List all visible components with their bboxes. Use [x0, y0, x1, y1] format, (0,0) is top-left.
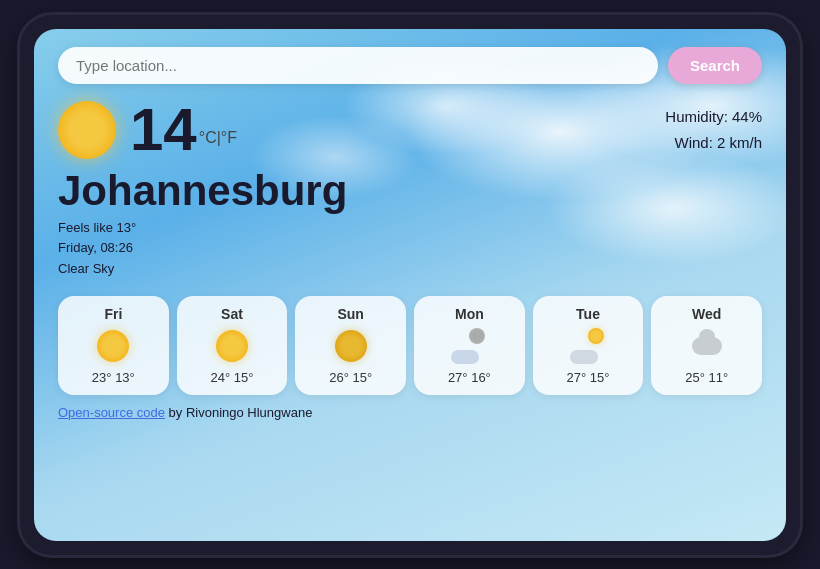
city-meta: Feels like 13° Friday, 08:26 Clear Sky: [58, 218, 762, 280]
main-content: Search 14°C|°F Humidity: 44% Wind: 2 km/…: [34, 29, 786, 541]
wind-label: Wind: 2 km/h: [665, 130, 762, 156]
condition: Clear Sky: [58, 259, 762, 280]
wed-icon: [689, 328, 725, 364]
forecast-row: Fri 23° 13° Sat 24° 15° Sun: [58, 296, 762, 395]
humidity-label: Humidity: 44%: [665, 104, 762, 130]
temperature-units: °C|°F: [199, 129, 237, 146]
fri-icon: [95, 328, 131, 364]
city-section: Johannesburg Feels like 13° Friday, 08:2…: [58, 168, 762, 281]
sun-icon-sat: [216, 330, 248, 362]
sun-part-tue: [588, 328, 604, 344]
temperature-section: 14°C|°F: [58, 100, 237, 160]
feels-like: Feels like 13°: [58, 218, 762, 239]
current-weather-section: 14°C|°F Humidity: 44% Wind: 2 km/h: [58, 100, 762, 160]
forecast-card-sun: Sun 26° 15°: [295, 296, 406, 395]
sun-icon-sun: [335, 330, 367, 362]
cloud-base-tue: [570, 350, 598, 364]
location-search-input[interactable]: [58, 47, 658, 84]
temperature-value: 14: [130, 96, 197, 163]
day-mon: Mon: [420, 306, 519, 322]
city-name: Johannesburg: [58, 168, 762, 214]
day-fri: Fri: [64, 306, 163, 322]
footer-suffix: by Rivoningo Hlungwane: [165, 405, 312, 420]
day-wed: Wed: [657, 306, 756, 322]
mon-temps: 27° 16°: [420, 370, 519, 385]
footer: Open-source code by Rivoningo Hlungwane: [58, 405, 762, 420]
fri-temps: 23° 13°: [64, 370, 163, 385]
cloud-sun-icon-mon: [469, 328, 485, 344]
search-button[interactable]: Search: [668, 47, 762, 84]
tablet-frame: Search 14°C|°F Humidity: 44% Wind: 2 km/…: [20, 15, 800, 555]
cloud-icon-wed: [692, 337, 722, 355]
source-code-link[interactable]: Open-source code: [58, 405, 165, 420]
sun-temps: 26° 15°: [301, 370, 400, 385]
forecast-card-wed: Wed 25° 11°: [651, 296, 762, 395]
forecast-card-fri: Fri 23° 13°: [58, 296, 169, 395]
day-sun: Sun: [301, 306, 400, 322]
date-time: Friday, 08:26: [58, 238, 762, 259]
forecast-card-sat: Sat 24° 15°: [177, 296, 288, 395]
temperature-display: 14°C|°F: [130, 100, 237, 160]
day-tue: Tue: [539, 306, 638, 322]
weather-details: Humidity: 44% Wind: 2 km/h: [665, 104, 762, 155]
wed-temps: 25° 11°: [657, 370, 756, 385]
search-row: Search: [58, 47, 762, 84]
tue-icon: [570, 328, 606, 364]
tue-temps: 27° 15°: [539, 370, 638, 385]
day-sat: Sat: [183, 306, 282, 322]
cloud-base-mon: [451, 350, 479, 364]
cloud-top-wed: [699, 329, 715, 345]
sun-icon-fri: [97, 330, 129, 362]
sat-temps: 24° 15°: [183, 370, 282, 385]
weather-app: Search 14°C|°F Humidity: 44% Wind: 2 km/…: [34, 29, 786, 541]
forecast-card-tue: Tue 27° 15°: [533, 296, 644, 395]
forecast-card-mon: Mon 27° 16°: [414, 296, 525, 395]
mon-icon: [451, 328, 487, 364]
sun-icon-container: [333, 328, 369, 364]
current-sun-icon: [58, 101, 116, 159]
sat-icon: [214, 328, 250, 364]
